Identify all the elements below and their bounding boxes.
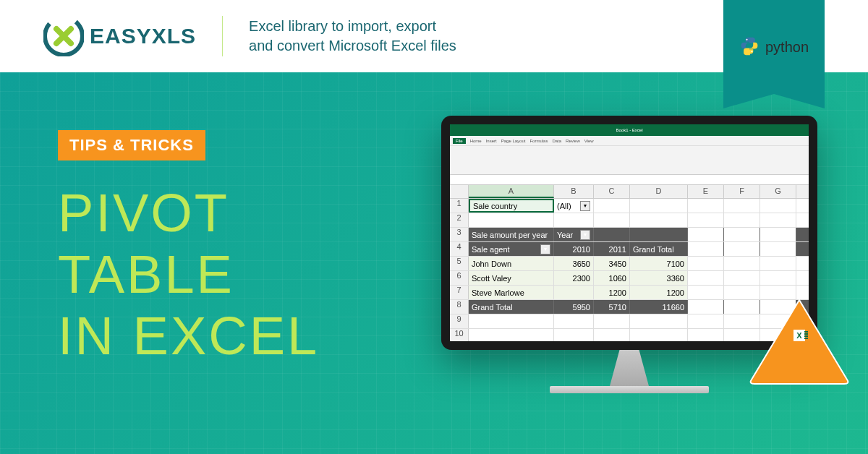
python-ribbon: python — [723, 0, 825, 94]
dropdown-icon[interactable]: ▾ — [580, 230, 590, 240]
python-icon — [739, 35, 760, 59]
excel-tabs: FileHomeInsertPage LayoutFormulasDataRev… — [450, 136, 809, 146]
formula-bar — [450, 175, 809, 185]
svg-point-2 — [751, 51, 752, 52]
main-title: PIVOT TABLE IN EXCEL — [58, 182, 319, 367]
dropdown-icon[interactable]: ▾ — [540, 244, 550, 254]
filter-value[interactable]: (All)▾ — [554, 199, 594, 213]
tips-badge: TIPS & TRICKS — [58, 130, 205, 160]
python-label: python — [765, 39, 809, 56]
logo-text: EASYXLS — [90, 24, 196, 48]
logo: EASYXLS — [43, 16, 196, 56]
excel-titlebar: Book1 - Excel — [450, 124, 809, 136]
divider — [222, 16, 223, 56]
excel-x-icon: X — [793, 330, 805, 341]
dropdown-icon[interactable]: ▾ — [580, 201, 590, 211]
excel-ribbon-bar — [450, 146, 809, 175]
filter-label: Sale country — [469, 199, 554, 213]
logo-mark-icon — [43, 16, 84, 56]
tagline: Excel library to import, export and conv… — [249, 17, 456, 56]
svg-point-1 — [746, 38, 747, 40]
no-excel-required-badge: X NO MICROSOFT EXCEL REQUIRED — [749, 299, 850, 385]
